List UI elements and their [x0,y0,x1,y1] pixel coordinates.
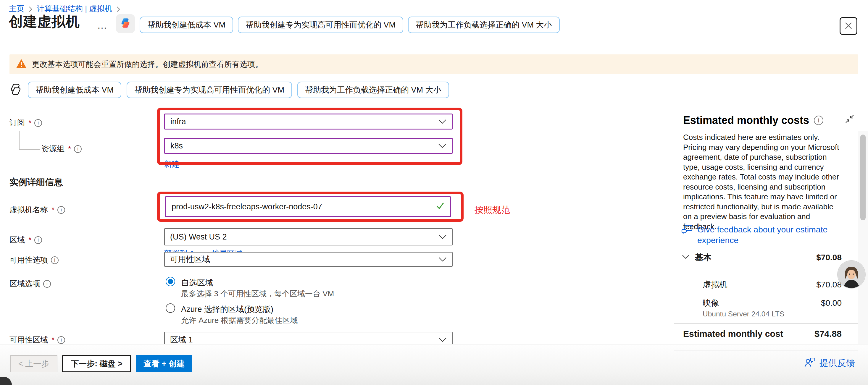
copilot-outline-icon [9,83,23,97]
radio-dot [168,279,173,284]
estimate-feedback-text: Give feedback about your estimate experi… [697,224,839,246]
panel-scrollbar-track[interactable] [858,131,868,344]
instance-details-section-title: 实例详细信息 [9,176,63,188]
give-feedback-text: 提供反馈 [819,357,855,369]
azure-selected-zones-label: Azure 选择的区域(预览版) [181,304,273,315]
warning-icon [16,59,27,69]
self-selected-zones-label: 自选区域 [181,277,213,288]
zone-options-label: 区域选项 i [9,279,51,289]
availability-zones-value: 区域 1 [170,334,193,345]
info-icon[interactable]: i [43,280,51,288]
estimated-costs-panel: Estimated monthly costs i Costs indicate… [674,106,858,350]
copilot-icon [119,17,132,30]
review-create-button[interactable]: 查看 + 创建 [136,355,192,372]
chevron-down-icon [438,117,446,126]
suggest-vm-size-button[interactable]: 帮助我为工作负载选择正确的 VM 大小 [297,82,449,98]
cost-panel-disclaimer: Costs indicated here are estimates only.… [683,132,843,231]
panel-scrollbar-thumb[interactable] [860,134,866,220]
person-feedback-icon [804,357,816,370]
subscription-value: infra [170,117,186,126]
page-title: 创建虚拟机 [9,12,80,31]
create-new-resource-group-link[interactable]: 新建 [164,159,180,169]
suggest-low-cost-vm-button[interactable]: 帮助我创建低成本 VM [28,82,121,98]
self-selected-zones-description: 最多选择 3 个可用性区域，每个区域一台 VM [181,289,334,299]
region-dropdown[interactable]: (US) West US 2 [164,228,453,246]
estimate-feedback-link[interactable]: Give feedback about your estimate experi… [681,224,839,246]
panel-bottom-divider [674,350,858,350]
warning-banner: 更改基本选项可能会重置所做的选择。创建虚拟机前查看所有选项。 [9,55,858,74]
cost-row-vm: 虚拟机 $70.08 [703,279,842,290]
cost-group-value: $70.08 [816,253,842,262]
chevron-down-icon [438,232,447,242]
copilot-suggestions-inline: 帮助我创建低成本 VM 帮助我创建专为实现高可用性而优化的 VM 帮助我为工作负… [9,82,449,98]
resource-group-value: k8s [170,141,183,151]
chevron-down-icon [682,255,690,260]
info-icon[interactable]: i [814,116,823,125]
vm-name-value: prod-usw2-k8s-freeleaps-worker-nodes-07 [172,202,322,212]
more-actions-button[interactable]: … [97,20,108,31]
info-icon[interactable]: i [34,236,42,244]
copilot-button[interactable] [116,14,135,33]
resource-group-dropdown[interactable]: k8s [164,138,453,154]
info-icon[interactable]: i [51,256,59,264]
cost-group-label: 基本 [695,252,712,263]
self-selected-zones-radio[interactable] [166,277,175,286]
azure-selected-zones-radio[interactable] [166,303,175,313]
required-asterisk: * [28,118,31,127]
info-icon[interactable]: i [34,119,42,127]
cursor-artifact [0,377,12,385]
cost-panel-title: Estimated monthly costs [683,114,809,127]
give-feedback-link[interactable]: 提供反馈 [804,357,855,370]
annotation-note: 按照规范 [474,204,510,216]
availability-zones-label: 可用性区域* i [9,335,65,345]
warning-banner-text: 更改基本选项可能会重置所做的选择。创建虚拟机前查看所有选项。 [32,59,263,69]
chevron-down-icon [438,141,446,151]
info-icon[interactable]: i [57,336,65,344]
availability-options-value: 可用性区域 [170,254,210,265]
suggest-high-availability-vm-button[interactable]: 帮助我创建专为实现高可用性而优化的 VM [127,82,292,98]
subscription-dropdown[interactable]: infra [164,114,453,130]
close-icon [844,21,853,31]
image-name-subtext: Ubuntu Server 24.04 LTS [703,310,784,318]
region-label: 区域* i [9,235,42,245]
copilot-suggestions-top: 帮助我创建低成本 VM 帮助我创建专为实现高可用性而优化的 VM 帮助我为工作负… [140,17,560,33]
cost-total-row: Estimated monthly cost $74.88 [683,329,842,339]
avatar[interactable] [838,261,865,288]
breadcrumb-chevron-icon [116,6,120,13]
availability-options-dropdown[interactable]: 可用性区域 [164,252,453,267]
panel-divider [674,323,858,324]
valid-check-icon [436,202,444,212]
suggest-low-cost-vm-button[interactable]: 帮助我创建低成本 VM [140,17,233,33]
feedback-bubbles-icon [681,224,693,238]
cost-group-row[interactable]: 基本 $70.08 [682,252,842,263]
required-asterisk: * [28,235,31,245]
info-icon[interactable]: i [57,206,65,214]
resource-group-label: 资源组* i [41,144,82,154]
previous-step-button[interactable]: < 上一步 [10,355,57,372]
chevron-down-icon [438,335,447,345]
suggest-vm-size-button[interactable]: 帮助我为工作负载选择正确的 VM 大小 [408,17,560,33]
chevron-down-icon [438,255,447,264]
vm-name-input[interactable]: prod-usw2-k8s-freeleaps-worker-nodes-07 [165,196,451,217]
required-asterisk: * [52,335,55,345]
azure-selected-zones-description: 允许 Azure 根据需要分配最佳区域 [181,315,298,326]
region-value: (US) West US 2 [170,232,227,242]
required-asterisk: * [52,205,55,214]
required-asterisk: * [68,144,71,154]
next-step-disks-button[interactable]: 下一步: 磁盘 > [62,355,131,372]
breadcrumb-chevron-icon [28,6,33,13]
info-icon[interactable]: i [74,145,82,153]
collapse-panel-icon[interactable] [844,114,855,125]
subscription-label: 订阅* i [9,118,42,128]
wizard-footer: < 上一步 下一步: 磁盘 > 查看 + 创建 提供反馈 [0,344,868,385]
close-button[interactable] [840,17,857,35]
vm-name-label: 虚拟机名称* i [9,204,65,215]
cost-row-image: 映像 $0.00 [703,297,842,309]
suggest-high-availability-vm-button[interactable]: 帮助我创建专为实现高可用性而优化的 VM [238,17,403,33]
availability-options-label: 可用性选项 i [9,255,59,265]
field-connector-line [19,131,40,150]
